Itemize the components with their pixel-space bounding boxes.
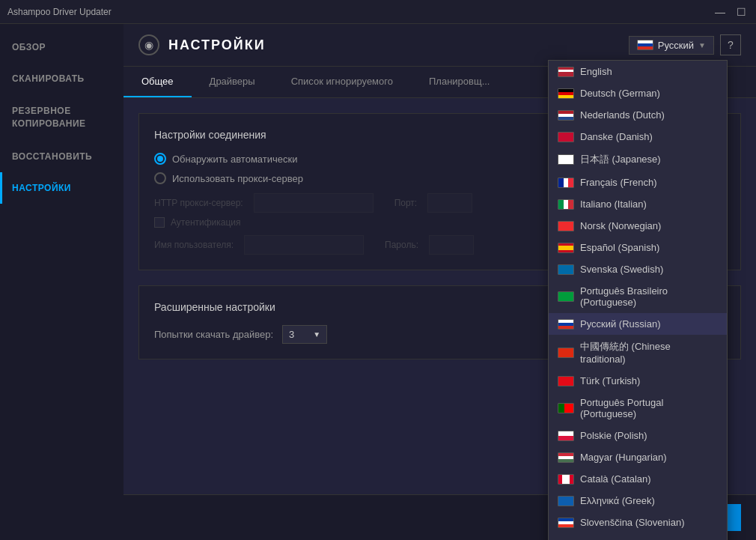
- lang-flag-hu: [558, 452, 574, 463]
- tab-schedule[interactable]: Планировщ...: [411, 67, 508, 97]
- page-title-area: ◉ НАСТРОЙКИ: [138, 34, 266, 55]
- download-label: Попытки скачать драйвер:: [154, 329, 273, 340]
- lang-option-hu[interactable]: Magyar (Hungarian): [549, 446, 727, 468]
- tab-general[interactable]: Общее: [124, 67, 192, 97]
- lang-label-ja: 日本語 (Japanese): [580, 153, 661, 166]
- lang-option-el[interactable]: Ελληνικά (Greek): [549, 490, 727, 512]
- header-right: Русский ▼ ?: [629, 34, 741, 55]
- language-flag: [637, 40, 653, 50]
- back-button[interactable]: ◉: [138, 34, 159, 55]
- lang-option-tr[interactable]: Türk (Turkish): [549, 370, 727, 392]
- content-area: ◉ НАСТРОЙКИ Русский ▼ ? Общее Драйверы С…: [124, 24, 756, 540]
- app-title: Ashampoo Driver Updater: [7, 7, 112, 17]
- chevron-down-icon: ▼: [698, 41, 706, 49]
- lang-option-ca[interactable]: Català (Catalan): [549, 468, 727, 490]
- lang-flag-en: [558, 67, 574, 77]
- lang-option-fr[interactable]: Français (French): [549, 172, 727, 193]
- tab-ignore[interactable]: Список игнорируемого: [273, 67, 411, 97]
- sidebar-item-settings[interactable]: НАСТРОЙКИ: [0, 172, 124, 204]
- auto-detect-label: Обнаружить автоматически: [172, 154, 297, 165]
- lang-option-sv[interactable]: Svenska (Swedish): [549, 258, 727, 280]
- lang-option-de[interactable]: Deutsch (German): [549, 82, 727, 104]
- lang-label-no: Norsk (Norwegian): [580, 220, 661, 231]
- lang-label-fr: Français (French): [580, 177, 657, 188]
- lang-option-zh_tw[interactable]: 中國傳統的 (Chinese traditional): [549, 335, 727, 370]
- page-title: НАСТРОЙКИ: [168, 37, 266, 53]
- tab-drivers[interactable]: Драйверы: [192, 67, 273, 97]
- lang-flag-el: [558, 496, 574, 506]
- lang-label-zh_tw: 中國傳統的 (Chinese traditional): [580, 340, 718, 365]
- help-button[interactable]: ?: [720, 34, 741, 55]
- lang-label-sv: Svenska (Swedish): [580, 264, 663, 275]
- download-dropdown[interactable]: 3 ▼: [282, 325, 327, 344]
- lang-label-it: Italiano (Italian): [580, 198, 647, 210]
- language-selector[interactable]: Русский ▼: [629, 36, 714, 55]
- lang-option-ru[interactable]: Русский (Russian): [549, 313, 727, 335]
- maximize-button[interactable]: ☐: [734, 7, 749, 17]
- proxy-radio[interactable]: [154, 172, 166, 184]
- lang-label-el: Ελληνικά (Greek): [580, 495, 655, 506]
- lang-label-de: Deutsch (German): [580, 88, 660, 99]
- sidebar-item-scan[interactable]: СКАНИРОВАТЬ: [0, 63, 124, 94]
- lang-flag-ru: [558, 319, 574, 330]
- lang-flag-sv: [558, 264, 574, 275]
- lang-label-pl: Polskie (Polish): [580, 430, 647, 441]
- lang-option-en[interactable]: English: [549, 61, 727, 82]
- language-dropdown: EnglishDeutsch (German)Nederlands (Dutch…: [548, 60, 728, 540]
- sidebar-item-restore[interactable]: ВОССТАНОВИТЬ: [0, 141, 124, 172]
- lang-label-da: Danske (Danish): [580, 131, 653, 142]
- lang-label-hu: Magyar (Hungarian): [580, 452, 667, 463]
- lang-flag-ja: [558, 154, 574, 165]
- language-label: Русский: [658, 40, 694, 51]
- lang-flag-pl: [558, 431, 574, 441]
- sidebar-item-backup[interactable]: РЕЗЕРВНОЕ КОПИРОВАНИЕ: [0, 94, 124, 141]
- lang-option-ja[interactable]: 日本語 (Japanese): [549, 148, 727, 172]
- port-label: Порт:: [394, 198, 422, 208]
- lang-option-es[interactable]: Español (Spanish): [549, 237, 727, 258]
- lang-flag-de: [558, 88, 574, 99]
- lang-flag-nl: [558, 110, 574, 121]
- titlebar: Ashampoo Driver Updater — ☐: [0, 0, 756, 24]
- lang-flag-fr: [558, 178, 574, 188]
- lang-flag-ca: [558, 474, 574, 485]
- http-label: HTTP прокси-сервер:: [154, 198, 248, 208]
- lang-option-zh_cn[interactable]: 简体中文 (Chinese Simplify): [549, 533, 727, 540]
- lang-option-nl[interactable]: Nederlands (Dutch): [549, 104, 727, 126]
- lang-label-pt_br: Português Brasileiro (Portuguese): [580, 285, 718, 308]
- lang-label-tr: Türk (Turkish): [580, 375, 640, 386]
- port-input: [427, 193, 472, 213]
- lang-option-sl[interactable]: Slovenščina (Slovenian): [549, 512, 727, 533]
- lang-option-it[interactable]: Italiano (Italian): [549, 193, 727, 215]
- lang-label-es: Español (Spanish): [580, 242, 659, 253]
- lang-label-sl: Slovenščina (Slovenian): [580, 517, 684, 528]
- lang-option-no[interactable]: Norsk (Norwegian): [549, 215, 727, 237]
- download-value: 3: [289, 329, 294, 340]
- lang-flag-pt_br: [558, 291, 574, 302]
- lang-flag-no: [558, 221, 574, 231]
- lang-flag-tr: [558, 376, 574, 386]
- lang-label-ru: Русский (Russian): [580, 318, 660, 330]
- dropdown-arrow-icon: ▼: [313, 330, 320, 339]
- lang-option-pt_pt[interactable]: Português Portugal (Portuguese): [549, 392, 727, 425]
- lang-option-pl[interactable]: Polskie (Polish): [549, 425, 727, 446]
- lang-option-pt_br[interactable]: Português Brasileiro (Portuguese): [549, 280, 727, 313]
- auth-checkbox: [154, 217, 165, 228]
- window-controls: — ☐: [713, 7, 749, 17]
- lang-label-nl: Nederlands (Dutch): [580, 109, 665, 121]
- lang-label-ca: Català (Catalan): [580, 473, 651, 485]
- auto-detect-radio[interactable]: [154, 153, 166, 165]
- sidebar-item-overview[interactable]: ОБЗОР: [0, 31, 124, 63]
- lang-flag-it: [558, 199, 574, 210]
- username-input: [244, 235, 364, 255]
- sidebar: ОБЗОР СКАНИРОВАТЬ РЕЗЕРВНОЕ КОПИРОВАНИЕ …: [0, 24, 124, 540]
- lang-label-en: English: [580, 66, 612, 77]
- minimize-button[interactable]: —: [713, 7, 728, 17]
- pass-label: Пароль:: [385, 240, 423, 250]
- lang-flag-pt_pt: [558, 403, 574, 413]
- auth-label: Аутентификация: [171, 217, 241, 228]
- lang-flag-sl: [558, 518, 574, 528]
- lang-label-pt_pt: Português Portugal (Portuguese): [580, 397, 718, 419]
- password-input: [429, 235, 474, 255]
- lang-option-da[interactable]: Danske (Danish): [549, 126, 727, 148]
- lang-flag-es: [558, 243, 574, 253]
